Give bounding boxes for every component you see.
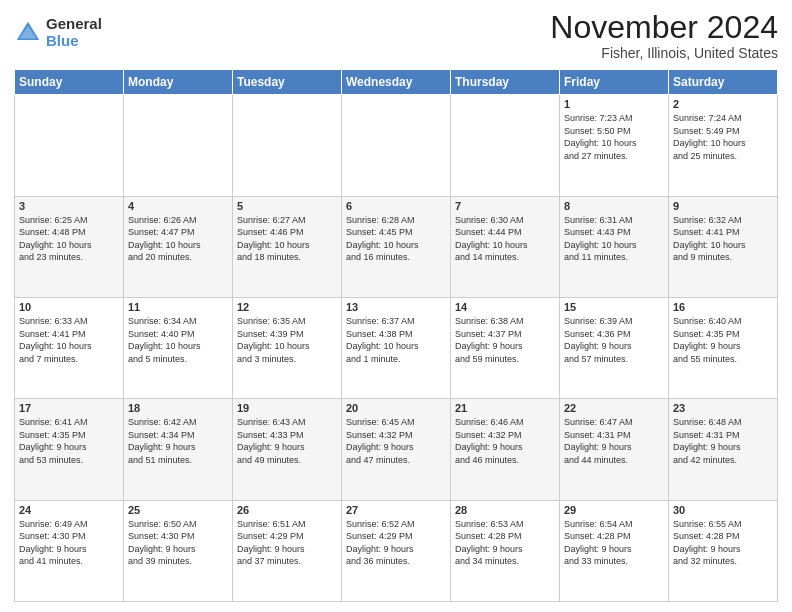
weekday-header-saturday: Saturday (669, 70, 778, 95)
day-info: Sunrise: 6:52 AM Sunset: 4:29 PM Dayligh… (346, 518, 446, 568)
calendar-page: General Blue November 2024 Fisher, Illin… (0, 0, 792, 612)
calendar-cell: 16Sunrise: 6:40 AM Sunset: 4:35 PM Dayli… (669, 297, 778, 398)
calendar-cell: 23Sunrise: 6:48 AM Sunset: 4:31 PM Dayli… (669, 399, 778, 500)
calendar-cell: 7Sunrise: 6:30 AM Sunset: 4:44 PM Daylig… (451, 196, 560, 297)
calendar-cell: 19Sunrise: 6:43 AM Sunset: 4:33 PM Dayli… (233, 399, 342, 500)
week-row-4: 17Sunrise: 6:41 AM Sunset: 4:35 PM Dayli… (15, 399, 778, 500)
calendar-cell: 15Sunrise: 6:39 AM Sunset: 4:36 PM Dayli… (560, 297, 669, 398)
day-info: Sunrise: 6:41 AM Sunset: 4:35 PM Dayligh… (19, 416, 119, 466)
day-number: 23 (673, 402, 773, 414)
day-info: Sunrise: 6:33 AM Sunset: 4:41 PM Dayligh… (19, 315, 119, 365)
day-info: Sunrise: 7:24 AM Sunset: 5:49 PM Dayligh… (673, 112, 773, 162)
day-number: 30 (673, 504, 773, 516)
day-info: Sunrise: 6:47 AM Sunset: 4:31 PM Dayligh… (564, 416, 664, 466)
calendar-header: SundayMondayTuesdayWednesdayThursdayFrid… (15, 70, 778, 95)
day-info: Sunrise: 6:42 AM Sunset: 4:34 PM Dayligh… (128, 416, 228, 466)
day-number: 7 (455, 200, 555, 212)
calendar-cell: 4Sunrise: 6:26 AM Sunset: 4:47 PM Daylig… (124, 196, 233, 297)
logo-text: General Blue (46, 16, 102, 49)
day-number: 28 (455, 504, 555, 516)
calendar-cell: 8Sunrise: 6:31 AM Sunset: 4:43 PM Daylig… (560, 196, 669, 297)
day-info: Sunrise: 6:53 AM Sunset: 4:28 PM Dayligh… (455, 518, 555, 568)
calendar-cell: 11Sunrise: 6:34 AM Sunset: 4:40 PM Dayli… (124, 297, 233, 398)
calendar-cell: 30Sunrise: 6:55 AM Sunset: 4:28 PM Dayli… (669, 500, 778, 601)
day-number: 10 (19, 301, 119, 313)
day-info: Sunrise: 6:30 AM Sunset: 4:44 PM Dayligh… (455, 214, 555, 264)
day-number: 8 (564, 200, 664, 212)
day-number: 14 (455, 301, 555, 313)
day-info: Sunrise: 6:48 AM Sunset: 4:31 PM Dayligh… (673, 416, 773, 466)
day-info: Sunrise: 6:51 AM Sunset: 4:29 PM Dayligh… (237, 518, 337, 568)
calendar-cell: 26Sunrise: 6:51 AM Sunset: 4:29 PM Dayli… (233, 500, 342, 601)
day-number: 4 (128, 200, 228, 212)
calendar-cell (233, 95, 342, 196)
day-info: Sunrise: 6:39 AM Sunset: 4:36 PM Dayligh… (564, 315, 664, 365)
day-number: 22 (564, 402, 664, 414)
calendar-cell (451, 95, 560, 196)
day-number: 27 (346, 504, 446, 516)
title-block: November 2024 Fisher, Illinois, United S… (550, 10, 778, 61)
calendar-cell: 28Sunrise: 6:53 AM Sunset: 4:28 PM Dayli… (451, 500, 560, 601)
calendar-cell: 5Sunrise: 6:27 AM Sunset: 4:46 PM Daylig… (233, 196, 342, 297)
day-number: 2 (673, 98, 773, 110)
day-info: Sunrise: 6:32 AM Sunset: 4:41 PM Dayligh… (673, 214, 773, 264)
day-info: Sunrise: 7:23 AM Sunset: 5:50 PM Dayligh… (564, 112, 664, 162)
day-info: Sunrise: 6:50 AM Sunset: 4:30 PM Dayligh… (128, 518, 228, 568)
day-number: 29 (564, 504, 664, 516)
calendar-cell: 18Sunrise: 6:42 AM Sunset: 4:34 PM Dayli… (124, 399, 233, 500)
calendar-body: 1Sunrise: 7:23 AM Sunset: 5:50 PM Daylig… (15, 95, 778, 602)
week-row-1: 1Sunrise: 7:23 AM Sunset: 5:50 PM Daylig… (15, 95, 778, 196)
day-number: 21 (455, 402, 555, 414)
day-number: 25 (128, 504, 228, 516)
day-number: 19 (237, 402, 337, 414)
day-info: Sunrise: 6:27 AM Sunset: 4:46 PM Dayligh… (237, 214, 337, 264)
day-number: 13 (346, 301, 446, 313)
header: General Blue November 2024 Fisher, Illin… (14, 10, 778, 61)
day-info: Sunrise: 6:26 AM Sunset: 4:47 PM Dayligh… (128, 214, 228, 264)
calendar-cell: 14Sunrise: 6:38 AM Sunset: 4:37 PM Dayli… (451, 297, 560, 398)
day-number: 1 (564, 98, 664, 110)
weekday-header-tuesday: Tuesday (233, 70, 342, 95)
day-info: Sunrise: 6:25 AM Sunset: 4:48 PM Dayligh… (19, 214, 119, 264)
day-info: Sunrise: 6:28 AM Sunset: 4:45 PM Dayligh… (346, 214, 446, 264)
calendar-cell: 10Sunrise: 6:33 AM Sunset: 4:41 PM Dayli… (15, 297, 124, 398)
calendar-cell: 13Sunrise: 6:37 AM Sunset: 4:38 PM Dayli… (342, 297, 451, 398)
week-row-2: 3Sunrise: 6:25 AM Sunset: 4:48 PM Daylig… (15, 196, 778, 297)
calendar-cell: 24Sunrise: 6:49 AM Sunset: 4:30 PM Dayli… (15, 500, 124, 601)
calendar-cell (342, 95, 451, 196)
day-info: Sunrise: 6:43 AM Sunset: 4:33 PM Dayligh… (237, 416, 337, 466)
calendar-cell: 27Sunrise: 6:52 AM Sunset: 4:29 PM Dayli… (342, 500, 451, 601)
day-number: 5 (237, 200, 337, 212)
weekday-header-thursday: Thursday (451, 70, 560, 95)
location: Fisher, Illinois, United States (550, 45, 778, 61)
calendar-cell: 29Sunrise: 6:54 AM Sunset: 4:28 PM Dayli… (560, 500, 669, 601)
day-info: Sunrise: 6:40 AM Sunset: 4:35 PM Dayligh… (673, 315, 773, 365)
weekday-header-row: SundayMondayTuesdayWednesdayThursdayFrid… (15, 70, 778, 95)
calendar-cell: 12Sunrise: 6:35 AM Sunset: 4:39 PM Dayli… (233, 297, 342, 398)
day-number: 26 (237, 504, 337, 516)
calendar-cell (15, 95, 124, 196)
calendar-cell: 25Sunrise: 6:50 AM Sunset: 4:30 PM Dayli… (124, 500, 233, 601)
day-info: Sunrise: 6:55 AM Sunset: 4:28 PM Dayligh… (673, 518, 773, 568)
weekday-header-wednesday: Wednesday (342, 70, 451, 95)
month-title: November 2024 (550, 10, 778, 45)
day-info: Sunrise: 6:34 AM Sunset: 4:40 PM Dayligh… (128, 315, 228, 365)
logo-blue: Blue (46, 33, 102, 50)
logo: General Blue (14, 16, 102, 49)
day-info: Sunrise: 6:54 AM Sunset: 4:28 PM Dayligh… (564, 518, 664, 568)
day-info: Sunrise: 6:49 AM Sunset: 4:30 PM Dayligh… (19, 518, 119, 568)
calendar-cell: 2Sunrise: 7:24 AM Sunset: 5:49 PM Daylig… (669, 95, 778, 196)
day-number: 15 (564, 301, 664, 313)
day-number: 6 (346, 200, 446, 212)
day-number: 18 (128, 402, 228, 414)
weekday-header-monday: Monday (124, 70, 233, 95)
day-number: 17 (19, 402, 119, 414)
calendar-table: SundayMondayTuesdayWednesdayThursdayFrid… (14, 69, 778, 602)
day-info: Sunrise: 6:38 AM Sunset: 4:37 PM Dayligh… (455, 315, 555, 365)
calendar-cell: 6Sunrise: 6:28 AM Sunset: 4:45 PM Daylig… (342, 196, 451, 297)
calendar-cell: 3Sunrise: 6:25 AM Sunset: 4:48 PM Daylig… (15, 196, 124, 297)
day-info: Sunrise: 6:37 AM Sunset: 4:38 PM Dayligh… (346, 315, 446, 365)
day-info: Sunrise: 6:46 AM Sunset: 4:32 PM Dayligh… (455, 416, 555, 466)
day-number: 12 (237, 301, 337, 313)
day-info: Sunrise: 6:31 AM Sunset: 4:43 PM Dayligh… (564, 214, 664, 264)
